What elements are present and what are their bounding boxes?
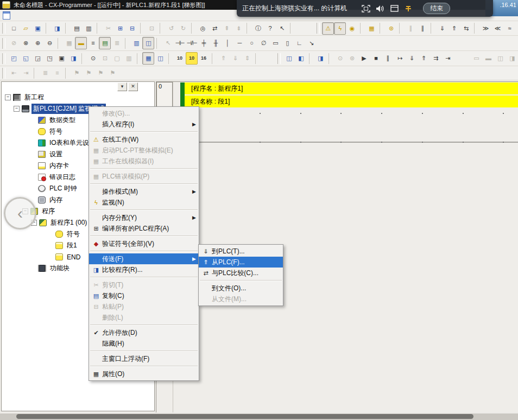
menu-edit[interactable] bbox=[22, 14, 31, 16]
toolbox-window-icon[interactable] bbox=[387, 5, 401, 12]
sim-run-button[interactable]: ▶ bbox=[358, 52, 370, 65]
menu-program[interactable] bbox=[48, 14, 57, 16]
speaker-icon[interactable] bbox=[373, 5, 387, 12]
open-file-button[interactable]: ▱ bbox=[20, 22, 31, 35]
line-connect-button[interactable]: ∟ bbox=[293, 37, 305, 49]
online-edit-button[interactable]: ▦ bbox=[365, 22, 377, 35]
ctx-hide[interactable]: 隐藏(H) bbox=[89, 338, 199, 349]
sim-pause-button[interactable]: ∥ bbox=[382, 52, 394, 65]
show-comments-button[interactable]: ▬ bbox=[75, 37, 87, 49]
sim-step-run-button[interactable]: ↦ bbox=[394, 52, 406, 65]
sim-step-out-button[interactable]: ⇑ bbox=[418, 52, 429, 65]
menu-plc[interactable] bbox=[57, 14, 66, 16]
sub-from-plc[interactable]: ⇑ 从PLC(F)... bbox=[199, 257, 283, 268]
new-closed-coil-button[interactable]: ∅ bbox=[257, 37, 269, 49]
tree-dropdown-button[interactable]: ▾ bbox=[117, 82, 127, 91]
pause-button[interactable]: ∥ bbox=[416, 22, 428, 35]
ct-view-button[interactable]: ◫ bbox=[142, 37, 154, 49]
sub-compare-with-plc[interactable]: ⇄ 与PLC比较(C)... bbox=[199, 268, 283, 278]
new-horizontal-line-button[interactable]: ─ bbox=[233, 37, 245, 49]
ladder-window-button[interactable]: ◱ bbox=[20, 52, 31, 65]
sim-continuous-step-button[interactable]: ⇉ bbox=[429, 52, 441, 65]
sim-scan-run-button[interactable]: ⇥ bbox=[441, 52, 453, 65]
ctx-compare-program[interactable]: ◨ 比较程序(R)... bbox=[89, 264, 199, 275]
line-delete-button[interactable]: ↘ bbox=[305, 37, 317, 49]
print-button[interactable]: ▤ bbox=[71, 22, 83, 35]
ctx-float-in-main-window[interactable]: 主窗口上浮动(F) bbox=[89, 353, 199, 364]
new-closed-or-contact-button[interactable]: ╫ bbox=[210, 37, 222, 49]
menu-simulation[interactable] bbox=[66, 14, 74, 16]
work-online-simulator-button[interactable]: ◫ bbox=[283, 52, 295, 65]
new-or-contact-button[interactable]: ╪ bbox=[198, 37, 210, 49]
compare-programs-button[interactable]: ◨ bbox=[51, 22, 63, 35]
upload-from-plc-button[interactable]: ⇑ bbox=[448, 22, 460, 35]
menu-tools[interactable] bbox=[74, 14, 83, 16]
remote-transfer-icon[interactable] bbox=[401, 5, 415, 12]
menu-insert[interactable] bbox=[40, 14, 48, 16]
ct-monitor-button[interactable]: ◫ bbox=[154, 52, 166, 65]
ctx-work-online[interactable]: ⚠ 在线工作(W) bbox=[89, 134, 199, 145]
cascade-window-button[interactable]: ◰ bbox=[8, 52, 20, 65]
save-button[interactable]: ▣ bbox=[31, 22, 43, 35]
display-signed-decimal-button[interactable]: 10 bbox=[186, 52, 198, 65]
ctx-insert-program[interactable]: 插入程序(I) ▶ bbox=[89, 119, 199, 130]
new-coil-button[interactable]: ○ bbox=[245, 37, 257, 49]
sub-to-plc[interactable]: ⇓ 到PLC(T)... bbox=[199, 246, 283, 257]
ctx-compile-all[interactable]: ⊞ 编译所有的PLC程序(A) bbox=[89, 223, 199, 234]
display-decimal-button[interactable]: 10 bbox=[174, 52, 186, 65]
zoom-in-button[interactable]: ⊕ bbox=[31, 37, 43, 49]
copy-button[interactable]: ⊞ bbox=[114, 22, 126, 35]
section-name-row[interactable]: [段名称 : 段1] bbox=[185, 96, 518, 107]
find-button[interactable]: ◎ bbox=[197, 22, 209, 35]
sim-stop-button[interactable]: ■ bbox=[370, 52, 382, 65]
ctx-properties[interactable]: ▦ 属性(O) bbox=[89, 368, 199, 379]
simulator-connect-button[interactable]: ◨ bbox=[314, 52, 326, 65]
new-instruction-button[interactable]: ▭ bbox=[269, 37, 281, 49]
ctx-verify-symbols[interactable]: ◆ 验证符号(全部)(V) bbox=[89, 238, 199, 249]
zoom-x-button[interactable]: ⊗ bbox=[20, 37, 31, 49]
dec-monitor-button[interactable]: ▦ bbox=[142, 52, 154, 65]
menu-file[interactable] bbox=[14, 14, 22, 16]
ctx-monitor[interactable]: ϟ 监视(N) bbox=[89, 197, 199, 208]
program-name-row[interactable]: [程序名 : 新程序1] bbox=[185, 82, 518, 94]
end-remote-session-button[interactable]: 结束 bbox=[423, 3, 450, 14]
simulator-settings-button[interactable]: ◧ bbox=[295, 52, 307, 65]
ctx-transfer[interactable]: 传送(F) ▶ bbox=[89, 253, 199, 264]
monitor-in-rung-button[interactable]: ▤ bbox=[99, 37, 111, 49]
pause-monitoring-button[interactable]: ◉ bbox=[346, 22, 358, 35]
tree-close-button[interactable]: ✕ bbox=[128, 82, 138, 91]
replace-button[interactable]: ⇄ bbox=[209, 22, 220, 35]
ctx-memory-allocation[interactable]: 内存分配(Y) ▶ bbox=[89, 212, 199, 223]
verify-changes-button[interactable]: ≈ bbox=[503, 22, 515, 35]
ctx-operating-mode[interactable]: 操作模式(M) ▶ bbox=[89, 186, 199, 197]
new-inverted-instruction-button[interactable]: ▯ bbox=[281, 37, 293, 49]
about-button[interactable]: ⓘ bbox=[252, 22, 264, 35]
new-contact-button[interactable]: ⊣⊢ bbox=[174, 37, 186, 49]
new-file-button[interactable]: □ bbox=[8, 22, 20, 35]
show-rung-annotations-button[interactable]: ≡ bbox=[87, 37, 99, 49]
display-hex-button[interactable]: 16 bbox=[198, 52, 210, 65]
ctx-copy[interactable]: ▤ 复制(C) bbox=[89, 290, 199, 301]
menu-window[interactable] bbox=[83, 14, 92, 16]
new-closed-contact-button[interactable]: ⊣/⊢ bbox=[186, 37, 198, 49]
tree-item-new-project[interactable]: − 新工程 bbox=[3, 92, 153, 103]
restore-window-button[interactable]: ▣ bbox=[55, 52, 67, 65]
help-button[interactable]: ? bbox=[264, 22, 276, 35]
window-properties-button[interactable]: ◨ bbox=[67, 52, 79, 65]
sim-step-in-button[interactable]: ⇓ bbox=[406, 52, 418, 65]
context-help-button[interactable]: ↖ bbox=[276, 22, 288, 35]
print-preview-button[interactable]: ▥ bbox=[83, 22, 94, 35]
compare-with-plc-button[interactable]: ⇆ bbox=[460, 22, 472, 35]
monitor-button[interactable]: ϟ bbox=[334, 22, 346, 35]
download-to-plc-button[interactable]: ⇓ bbox=[436, 22, 448, 35]
arrange-windows-button[interactable]: ◳ bbox=[43, 52, 55, 65]
mnemonic-view-button[interactable]: ▥ bbox=[130, 37, 142, 49]
sub-to-file[interactable]: 到文件(O)... bbox=[199, 283, 283, 294]
paste-button[interactable]: ⊟ bbox=[126, 22, 138, 35]
back-overlay-button[interactable]: ‹ bbox=[4, 197, 36, 230]
receive-changes-button[interactable]: ≪ bbox=[491, 22, 503, 35]
fullscreen-icon[interactable] bbox=[359, 5, 373, 12]
force-refresh-button[interactable]: ⊛ bbox=[385, 22, 397, 35]
new-vertical-line-button[interactable]: │ bbox=[222, 37, 233, 49]
watch-window-button[interactable]: ⊙ bbox=[87, 52, 99, 65]
